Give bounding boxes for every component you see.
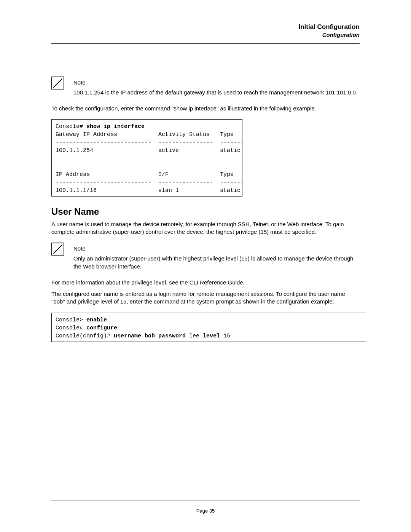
header-subtitle: Configuration: [51, 31, 360, 39]
section-heading-username: User Name: [51, 206, 360, 218]
page: Initial Configuration Configuration Note…: [0, 0, 411, 532]
command: show ip interface: [86, 123, 145, 130]
footer-rule: [51, 500, 360, 500]
prompt: Console#: [56, 123, 86, 130]
header-title: Initial Configuration: [51, 23, 360, 31]
prompt: Console>: [56, 317, 86, 323]
paragraph-username-intro: A user name is used to manage the device…: [51, 220, 360, 236]
paragraph-cli-ref: For more information about the privilege…: [51, 279, 360, 286]
note-label: Note: [73, 245, 360, 252]
command: configure: [86, 325, 117, 331]
prompt: Console#: [56, 325, 86, 331]
prompt: Console(config)#: [56, 333, 114, 339]
paragraph-check-config: To check the configuration, enter the co…: [51, 105, 360, 112]
note-label: Note: [73, 79, 357, 86]
command: enable: [86, 317, 107, 323]
note-block-gateway: Note 100.1.1.254 is the IP address of th…: [51, 77, 360, 97]
terminal-username-config: Console> enable Console# configure Conso…: [51, 313, 366, 342]
note-icon: [51, 243, 64, 256]
command: username bob password: [114, 333, 186, 339]
note-block-admin: Note Only an administrator (super-user) …: [51, 243, 360, 270]
terminal-show-ip-interface: Console# show ip interface Gateway IP Ad…: [51, 119, 242, 197]
arg: 15: [220, 333, 230, 339]
page-body: Note 100.1.1.254 is the IP address of th…: [51, 44, 360, 342]
page-header: Initial Configuration Configuration: [51, 23, 360, 39]
terminal-output: Gateway IP Address Activity Status Type …: [56, 131, 242, 194]
note-text: Note 100.1.1.254 is the IP address of th…: [73, 77, 357, 97]
note-body: Only an administrator (super-user) with …: [73, 255, 360, 270]
command: level: [203, 333, 220, 339]
note-body: 100.1.1.254 is the IP address of the def…: [73, 89, 357, 96]
paragraph-config-example: The configured user name is entered as a…: [51, 290, 360, 306]
arg: lee: [186, 333, 203, 339]
page-number: Page 35: [0, 508, 411, 514]
note-icon: [51, 77, 64, 89]
note-text: Note Only an administrator (super-user) …: [73, 243, 360, 270]
